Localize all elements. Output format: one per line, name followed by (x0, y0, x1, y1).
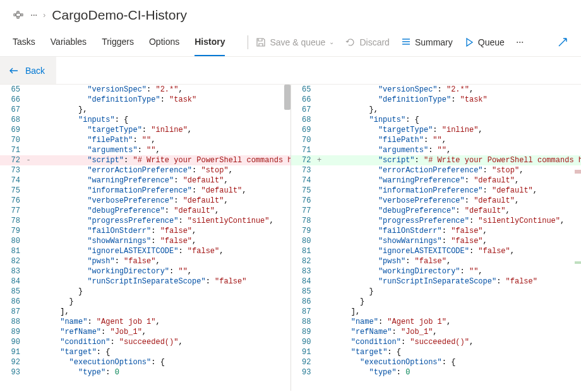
code-line: 72+ "script": "# Write your PowerShell c… (291, 155, 582, 165)
undo-icon (345, 37, 356, 47)
code-line: 67 }, (0, 105, 290, 115)
code-line: 76 "verbosePreference": "default", (0, 196, 290, 206)
code-line: 91 "target": { (0, 347, 290, 357)
tab-variables[interactable]: Variables (51, 28, 87, 56)
back-button[interactable]: Back (0, 57, 56, 84)
tab-bar: Tasks Variables Triggers Options History… (0, 28, 581, 57)
summary-button[interactable]: Summary (401, 37, 453, 47)
code-line: 88 "name": "Agent job 1", (0, 317, 290, 327)
tab-triggers[interactable]: Triggers (102, 28, 134, 56)
arrow-left-icon (9, 66, 19, 76)
svg-rect-2 (17, 16, 19, 18)
code-line: 73 "errorActionPreference": "stop", (0, 165, 290, 175)
code-line: 67 }, (291, 105, 582, 115)
code-line: 85 } (291, 287, 582, 297)
code-line: 81 "ignoreLASTEXITCODE": "false", (291, 246, 582, 256)
code-line: 74 "warningPreference": "default", (0, 175, 290, 186)
code-line: 70 "filePath": "", (291, 135, 582, 145)
code-line: 92 "executionOptions": { (291, 357, 582, 367)
code-line: 75 "informationPreference": "default", (0, 186, 290, 196)
tab-history[interactable]: History (195, 28, 225, 56)
code-line: 74 "warningPreference": "default", (291, 175, 582, 186)
more-actions-icon[interactable]: ··· (516, 35, 524, 49)
code-line: 69 "targetType": "inline", (291, 125, 582, 135)
svg-rect-1 (17, 11, 19, 13)
discard-button[interactable]: Discard (345, 37, 389, 47)
code-line: 79 "failOnStderr": "false", (0, 226, 290, 236)
code-line: 86 } (0, 297, 290, 307)
code-line: 84 "runScriptInSeparateScope": "false" (0, 276, 290, 287)
code-line: 85 } (0, 287, 290, 297)
code-line: 76 "verbosePreference": "default", (291, 196, 582, 206)
code-line: 71 "arguments": "", (291, 145, 582, 155)
diff-right-pane[interactable]: 65 "versionSpec": "2.*",66 "definitionTy… (290, 85, 582, 391)
tab-options[interactable]: Options (149, 28, 179, 56)
diff-left-pane[interactable]: 65 "versionSpec": "2.*",66 "definitionTy… (0, 85, 290, 391)
code-line: 86 } (291, 297, 582, 307)
code-line: 75 "informationPreference": "default", (291, 186, 582, 196)
code-line: 69 "targetType": "inline", (0, 125, 290, 135)
save-icon (256, 37, 266, 47)
save-queue-button[interactable]: Save & queue ⌄ (256, 37, 334, 47)
code-line: 90 "condition": "succeeded()", (0, 337, 290, 347)
code-line: 66 "definitionType": "task" (291, 95, 582, 105)
code-line: 89 "refName": "Job_1", (291, 327, 582, 337)
scrollbar-right[interactable] (575, 85, 581, 391)
chevron-right-icon: › (43, 11, 45, 20)
back-strip: Back (0, 57, 581, 85)
diff-view: 65 "versionSpec": "2.*",66 "definitionTy… (0, 85, 581, 391)
code-line: 68 "inputs": { (291, 115, 582, 125)
divider (248, 35, 248, 49)
code-line: 77 "debugPreference": "default", (0, 206, 290, 216)
code-line: 89 "refName": "Job_1", (0, 327, 290, 337)
page-title: CargoDemo-CI-History (52, 8, 187, 23)
code-line: 72- "script": "# Write your PowerShell c… (0, 155, 290, 165)
code-line: 82 "pwsh": "false", (0, 256, 290, 266)
code-line: 83 "workingDirectory": "", (0, 266, 290, 276)
code-line: 88 "name": "Agent job 1", (291, 317, 582, 327)
code-line: 65 "versionSpec": "2.*", (291, 85, 582, 95)
svg-rect-0 (14, 14, 16, 16)
header-breadcrumb: ··· › CargoDemo-CI-History (0, 0, 581, 28)
code-line: 87 ], (291, 307, 582, 317)
code-line: 93 "type": 0 (291, 367, 582, 377)
code-line: 78 "progressPreference": "silentlyContin… (0, 216, 290, 226)
code-line: 80 "showWarnings": "false", (291, 236, 582, 246)
code-line: 82 "pwsh": "false", (291, 256, 582, 266)
play-icon (464, 37, 474, 47)
code-line: 87 ], (0, 307, 290, 317)
code-line: 68 "inputs": { (0, 115, 290, 125)
code-line: 78 "progressPreference": "silentlyContin… (291, 216, 582, 226)
chevron-down-icon: ⌄ (329, 39, 334, 45)
code-line: 92 "executionOptions": { (0, 357, 290, 367)
code-line: 66 "definitionType": "task" (0, 95, 290, 105)
pipeline-icon[interactable] (13, 9, 24, 21)
code-line: 77 "debugPreference": "default", (291, 206, 582, 216)
code-line: 90 "condition": "succeeded()", (291, 337, 582, 347)
fullscreen-icon[interactable] (557, 37, 568, 48)
code-line: 83 "workingDirectory": "", (291, 266, 582, 276)
breadcrumb-overflow-icon[interactable]: ··· (30, 9, 37, 21)
code-line: 71 "arguments": "", (0, 145, 290, 155)
code-line: 70 "filePath": "", (0, 135, 290, 145)
code-line: 73 "errorActionPreference": "stop", (291, 165, 582, 175)
scrollbar-left[interactable] (284, 85, 290, 391)
code-line: 81 "ignoreLASTEXITCODE": "false", (0, 246, 290, 256)
queue-button[interactable]: Queue (464, 37, 505, 47)
svg-rect-3 (21, 14, 23, 16)
code-line: 93 "type": 0 (0, 367, 290, 377)
code-line: 91 "target": { (291, 347, 582, 357)
code-line: 65 "versionSpec": "2.*", (0, 85, 290, 95)
code-line: 80 "showWarnings": "false", (0, 236, 290, 246)
tab-tasks[interactable]: Tasks (13, 28, 35, 56)
code-line: 84 "runScriptInSeparateScope": "false" (291, 276, 582, 287)
code-line: 79 "failOnStderr": "false", (291, 226, 582, 236)
summary-icon (401, 37, 411, 47)
